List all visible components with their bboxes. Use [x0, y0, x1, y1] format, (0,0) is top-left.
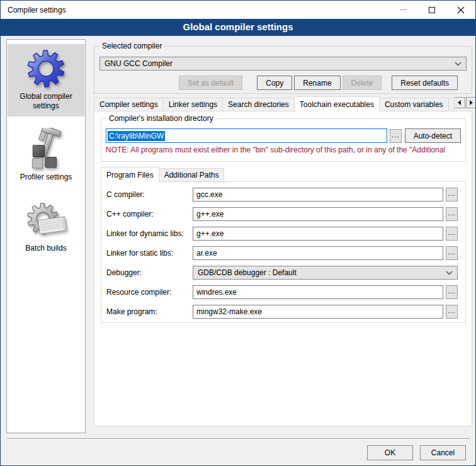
cpp-compiler-browse-button[interactable]: ... — [446, 207, 458, 221]
install-dir-selected-text: C:\raylib\MinGW — [108, 131, 165, 141]
cpp-compiler-row: C++ compiler: ... — [106, 207, 458, 221]
install-dir-group-label: Compiler's installation directory — [106, 114, 216, 123]
right-arrow-icon — [470, 100, 473, 105]
cancel-button[interactable]: Cancel — [420, 445, 466, 460]
close-button[interactable] — [446, 1, 475, 19]
debugger-label: Debugger: — [106, 268, 193, 277]
resource-compiler-row: Resource compiler: ... — [106, 285, 458, 299]
linker-static-row: Linker for static libs: ... — [106, 246, 458, 260]
close-icon — [457, 6, 465, 14]
make-program-label: Make program: — [106, 307, 193, 316]
make-program-row: Make program: ... — [106, 305, 458, 319]
compiler-settings-dialog: Compiler settings Global compiler settin… — [0, 0, 476, 466]
tab-custom-variables[interactable]: Custom variables — [379, 98, 449, 111]
make-program-input[interactable] — [193, 305, 443, 319]
programs-notebook: Program Files Additional Paths C compile… — [101, 166, 466, 323]
program-files-page: C compiler: ... C++ compiler: ... — [101, 181, 466, 323]
tab-toolchain-executables[interactable]: Toolchain executables — [294, 96, 380, 111]
make-program-browse-button[interactable]: ... — [446, 305, 458, 319]
tab-scrollers — [454, 97, 476, 108]
subtab-program-files[interactable]: Program Files — [101, 167, 159, 182]
selected-compiler-group: Selected compiler GNU GCC Compiler Set a… — [94, 46, 472, 94]
settings-notebook: Compiler settings Linker settings Search… — [94, 96, 472, 426]
c-compiler-label: C compiler: — [106, 190, 193, 199]
window-title: Compiler settings — [1, 6, 66, 14]
resource-compiler-input[interactable] — [193, 285, 443, 299]
cpp-compiler-label: C++ compiler: — [106, 210, 193, 219]
settings-category-sidebar: Global compiler settings — [6, 39, 86, 433]
sidebar-item-profiler-settings[interactable]: Profiler settings — [8, 123, 84, 188]
copy-button[interactable]: Copy — [257, 76, 292, 90]
minimize-icon — [400, 9, 407, 10]
footer-divider — [7, 438, 470, 440]
sidebar-item-label: Profiler settings — [12, 173, 80, 182]
tab-build-options[interactable]: Build — [448, 98, 455, 111]
toolchain-executables-page: Compiler's installation directory C:\ray… — [94, 111, 472, 426]
linker-dynamic-browse-button[interactable]: ... — [446, 227, 458, 241]
delete-button[interactable]: Delete — [343, 76, 382, 90]
tab-linker-settings[interactable]: Linker settings — [163, 98, 223, 111]
c-compiler-input[interactable] — [193, 188, 443, 202]
linker-dynamic-input[interactable] — [193, 227, 443, 241]
left-arrow-icon — [458, 100, 461, 105]
install-dir-row: C:\raylib\MinGW ... Auto-detect — [106, 128, 461, 143]
debugger-row: Debugger: GDB/CDB debugger : Default — [106, 266, 458, 280]
c-compiler-browse-button[interactable]: ... — [446, 188, 458, 202]
resource-compiler-browse-button[interactable]: ... — [446, 285, 458, 299]
install-dir-note: NOTE: All programs must exist either in … — [106, 145, 461, 154]
footer-buttons: OK Cancel — [1, 438, 475, 460]
resource-compiler-label: Resource compiler: — [106, 288, 193, 297]
sidebar-item-label: Batch builds — [12, 244, 80, 253]
compiler-select-value: GNU GCC Compiler — [105, 59, 455, 68]
install-dir-browse-button[interactable]: ... — [390, 129, 402, 143]
chevron-down-icon — [446, 271, 453, 275]
tab-scroll-left-button[interactable] — [454, 97, 465, 108]
ok-button[interactable]: OK — [367, 445, 413, 460]
auto-detect-button[interactable]: Auto-detect — [405, 128, 461, 143]
linker-static-input[interactable] — [193, 246, 443, 260]
chevron-down-icon — [455, 62, 462, 66]
cpp-compiler-input[interactable] — [193, 207, 443, 221]
compiler-actions: Set as default Copy Rename Delete Reset … — [99, 76, 467, 90]
subtab-additional-paths[interactable]: Additional Paths — [159, 168, 225, 181]
rename-button[interactable]: Rename — [294, 76, 340, 90]
reset-defaults-button[interactable]: Reset defaults — [392, 76, 458, 90]
caliper-blocks-icon — [25, 128, 67, 169]
linker-dynamic-row: Linker for dynamic libs: ... — [106, 227, 458, 241]
minimize-button[interactable] — [388, 1, 417, 19]
title-bar: Compiler settings — [1, 1, 475, 19]
selected-compiler-group-label: Selected compiler — [99, 42, 164, 50]
sidebar-item-batch-builds[interactable]: Batch builds — [8, 195, 84, 259]
install-dir-group: Compiler's installation directory C:\ray… — [101, 118, 466, 162]
linker-static-browse-button[interactable]: ... — [446, 246, 458, 260]
maximize-icon — [429, 7, 435, 13]
debugger-select-value: GDB/CDB debugger : Default — [198, 268, 446, 277]
set-as-default-button[interactable]: Set as default — [179, 76, 242, 90]
maximize-button[interactable] — [417, 1, 446, 19]
main-content: Selected compiler GNU GCC Compiler Set a… — [94, 37, 472, 426]
compiler-select[interactable]: GNU GCC Compiler — [99, 57, 467, 71]
sub-tab-strip: Program Files Additional Paths — [101, 166, 466, 181]
sidebar-item-label: Global compiler settings — [12, 92, 80, 111]
install-dir-input[interactable]: C:\raylib\MinGW — [106, 128, 387, 143]
resize-grip[interactable] — [472, 462, 473, 463]
tab-strip: Compiler settings Linker settings Search… — [94, 96, 472, 111]
dialog-footer: OK Cancel — [1, 438, 475, 465]
tab-compiler-settings[interactable]: Compiler settings — [94, 98, 164, 111]
page-title: Global compiler settings — [1, 19, 475, 36]
c-compiler-row: C compiler: ... — [106, 188, 458, 202]
gear-stack-icon — [25, 199, 67, 241]
linker-static-label: Linker for static libs: — [106, 249, 193, 258]
tab-search-directories[interactable]: Search directories — [222, 98, 295, 111]
sidebar-item-global-compiler-settings[interactable]: Global compiler settings — [8, 44, 84, 116]
linker-dynamic-label: Linker for dynamic libs: — [106, 229, 193, 238]
debugger-select[interactable]: GDB/CDB debugger : Default — [193, 266, 458, 280]
gear-blue-icon — [26, 48, 66, 89]
window-controls — [388, 1, 475, 19]
tab-scroll-right-button[interactable] — [466, 97, 476, 108]
